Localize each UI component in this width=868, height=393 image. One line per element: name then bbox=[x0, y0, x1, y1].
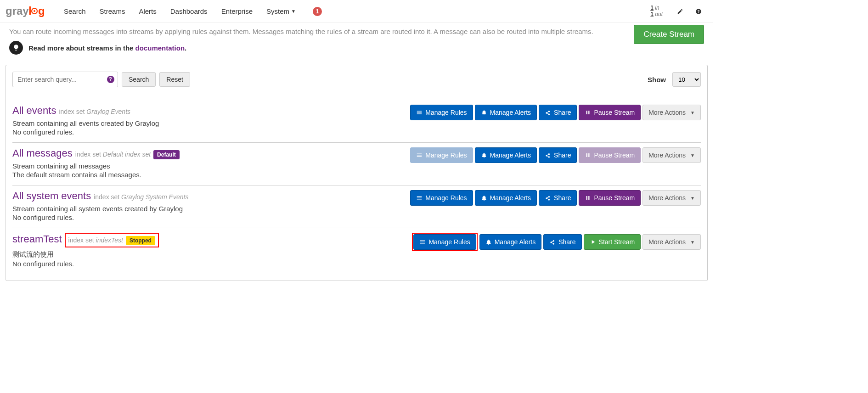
index-set-block: index set Graylog System Events bbox=[94, 193, 188, 201]
stream-actions: Manage RulesManage AlertsShareStart Stre… bbox=[412, 233, 701, 251]
manage-alerts-button[interactable]: Manage Alerts bbox=[475, 105, 537, 120]
nav-system-label: System bbox=[266, 7, 289, 15]
toolbar: Search Reset Show 10 bbox=[12, 72, 701, 87]
search-input[interactable] bbox=[12, 72, 118, 87]
pause-stream-button-label: Pause Stream bbox=[594, 108, 635, 117]
nav-links: Search Streams Alerts Dashboards Enterpr… bbox=[57, 0, 322, 22]
manage-rules-button[interactable]: Manage Rules bbox=[410, 190, 473, 206]
stream-actions: Manage RulesManage AlertsSharePause Stre… bbox=[410, 190, 701, 206]
stream-title[interactable]: streamTest bbox=[12, 233, 62, 245]
start-stream-button-label: Start Stream bbox=[599, 238, 635, 246]
lightbulb-icon bbox=[9, 41, 23, 55]
share-button[interactable]: Share bbox=[539, 190, 577, 206]
manage-alerts-button-label: Manage Alerts bbox=[495, 238, 536, 246]
callout-prefix: Read more about streams in the bbox=[28, 44, 135, 52]
more-actions-button[interactable]: More Actions▼ bbox=[643, 105, 701, 120]
throughput-indicator: 1 in 1 out bbox=[650, 5, 663, 17]
stream-description: Stream containing all system events crea… bbox=[12, 205, 410, 213]
notification-badge[interactable]: 1 bbox=[313, 7, 322, 16]
manage-rules-button[interactable]: Manage Rules bbox=[410, 105, 473, 120]
index-set-name: Default index set bbox=[103, 151, 151, 158]
more-actions-label: More Actions bbox=[648, 194, 686, 202]
index-set-prefix: index set bbox=[59, 108, 86, 115]
nav-streams[interactable]: Streams bbox=[93, 0, 132, 22]
more-actions-label: More Actions bbox=[648, 151, 686, 159]
manage-rules-button-label: Manage Rules bbox=[425, 151, 467, 159]
pause-stream-button[interactable]: Pause Stream bbox=[579, 105, 641, 120]
throughput-in-num: 1 bbox=[650, 5, 654, 11]
nav-alerts[interactable]: Alerts bbox=[132, 0, 163, 22]
share-button[interactable]: Share bbox=[539, 105, 577, 120]
index-set-prefix: index set bbox=[68, 236, 96, 244]
caret-down-icon: ▼ bbox=[291, 9, 296, 14]
stream-row: streamTestindex set indexTestStopped测试流的… bbox=[12, 228, 701, 274]
create-stream-button[interactable]: Create Stream bbox=[634, 25, 704, 44]
scratchpad-icon[interactable] bbox=[674, 5, 687, 18]
page-size-select[interactable]: 10 bbox=[672, 72, 701, 87]
more-actions-button[interactable]: More Actions▼ bbox=[643, 234, 701, 250]
manage-alerts-button-label: Manage Alerts bbox=[490, 194, 531, 202]
logo[interactable]: gray l g bbox=[6, 5, 48, 18]
more-actions-label: More Actions bbox=[648, 238, 686, 246]
throughput-out-num: 1 bbox=[650, 11, 654, 17]
share-button[interactable]: Share bbox=[539, 147, 577, 163]
pause-stream-button-label: Pause Stream bbox=[594, 194, 635, 202]
page-header: You can route incoming messages into str… bbox=[4, 23, 710, 63]
stopped-badge: Stopped bbox=[126, 236, 155, 245]
share-button-label: Share bbox=[558, 238, 575, 246]
stream-row: All messagesindex set Default index setD… bbox=[12, 143, 701, 185]
nav-search[interactable]: Search bbox=[57, 0, 93, 22]
index-set-name: indexTest bbox=[96, 236, 123, 244]
streams-panel: Search Reset Show 10 All eventsindex set… bbox=[6, 65, 708, 281]
pause-stream-button[interactable]: Pause Stream bbox=[579, 190, 641, 206]
svg-point-3 bbox=[34, 10, 35, 12]
manage-alerts-button-label: Manage Alerts bbox=[490, 108, 531, 117]
pause-stream-button: Pause Stream bbox=[579, 147, 641, 163]
page-description: You can route incoming messages into str… bbox=[9, 27, 634, 36]
more-actions-button[interactable]: More Actions▼ bbox=[643, 190, 701, 206]
stream-actions: Manage RulesManage AlertsSharePause Stre… bbox=[410, 147, 701, 163]
manage-alerts-button[interactable]: Manage Alerts bbox=[475, 190, 537, 206]
throughput-out-label: out bbox=[655, 11, 663, 17]
svg-text:l: l bbox=[28, 5, 32, 17]
reset-button[interactable]: Reset bbox=[159, 72, 190, 87]
manage-alerts-button-label: Manage Alerts bbox=[490, 151, 531, 159]
documentation-link[interactable]: documentation bbox=[135, 44, 185, 52]
svg-text:gray: gray bbox=[6, 5, 29, 17]
index-set-name: Graylog Events bbox=[86, 108, 130, 115]
share-button[interactable]: Share bbox=[543, 234, 581, 250]
stream-description: 测试流的使用 bbox=[12, 250, 412, 259]
share-button-label: Share bbox=[554, 194, 571, 202]
manage-alerts-button[interactable]: Manage Alerts bbox=[475, 147, 537, 163]
stream-title[interactable]: All messages bbox=[12, 147, 73, 159]
svg-text:?: ? bbox=[698, 9, 700, 13]
manage-rules-button[interactable]: Manage Rules bbox=[413, 234, 476, 250]
share-button-label: Share bbox=[554, 108, 571, 117]
index-set-prefix: index set bbox=[94, 193, 121, 201]
stream-rules-summary: No configured rules. bbox=[12, 213, 410, 221]
manage-rules-button-wrap: Manage Rules bbox=[412, 233, 477, 251]
nav-system[interactable]: System ▼ bbox=[259, 0, 303, 22]
stream-title[interactable]: All system events bbox=[12, 190, 91, 202]
stream-rules-summary: No configured rules. bbox=[12, 260, 412, 268]
nav-enterprise[interactable]: Enterprise bbox=[214, 0, 259, 22]
documentation-callout: Read more about streams in the documenta… bbox=[9, 41, 634, 55]
index-set-name: Graylog System Events bbox=[121, 193, 188, 201]
nav-dashboards[interactable]: Dashboards bbox=[163, 0, 214, 22]
help-icon[interactable]: ? bbox=[692, 5, 705, 18]
manage-rules-button-label: Manage Rules bbox=[425, 194, 467, 202]
stream-actions: Manage RulesManage AlertsSharePause Stre… bbox=[410, 105, 701, 120]
stream-title[interactable]: All events bbox=[12, 105, 56, 117]
default-badge: Default bbox=[153, 150, 180, 159]
start-stream-button[interactable]: Start Stream bbox=[584, 234, 641, 250]
manage-alerts-button[interactable]: Manage Alerts bbox=[479, 234, 542, 250]
search-button[interactable]: Search bbox=[122, 72, 156, 87]
manage-rules-button: Manage Rules bbox=[410, 147, 473, 163]
more-actions-button[interactable]: More Actions▼ bbox=[643, 147, 701, 163]
manage-rules-button-label: Manage Rules bbox=[425, 108, 467, 117]
pause-stream-button-label: Pause Stream bbox=[594, 151, 635, 159]
stream-description: Stream containing all events created by … bbox=[12, 119, 410, 127]
stream-description: Stream containing all messages bbox=[12, 162, 410, 170]
callout-suffix: . bbox=[185, 44, 186, 52]
search-help-icon[interactable] bbox=[107, 76, 114, 83]
